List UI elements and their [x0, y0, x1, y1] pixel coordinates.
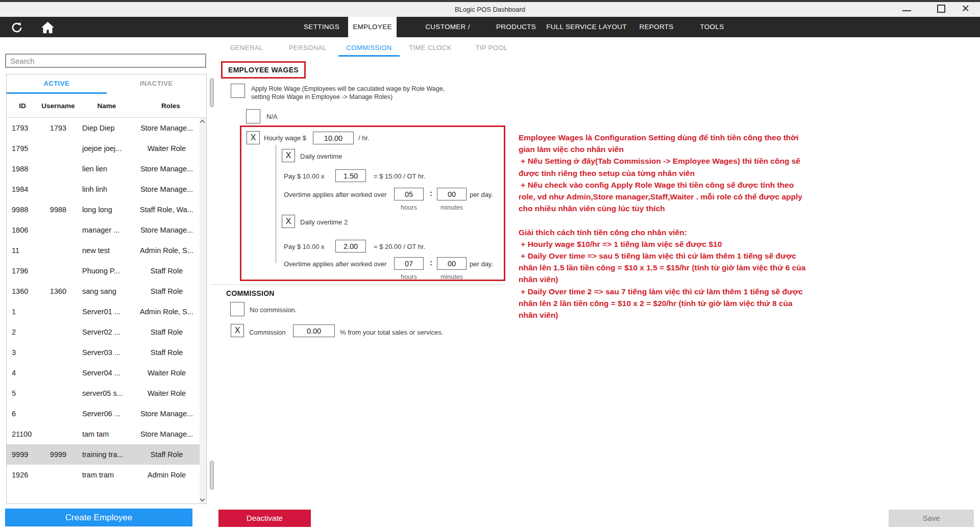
- cell-id: 9999: [7, 450, 38, 459]
- cell-roles: Admin Role: [135, 471, 206, 479]
- table-row[interactable]: 3 Server03 ... Staff Role: [7, 342, 206, 363]
- na-checkbox[interactable]: [246, 109, 260, 123]
- no-commission-checkbox[interactable]: [230, 302, 244, 316]
- overtime2-pay-label: Pay $ 10.00 x: [284, 243, 325, 250]
- cell-name: manager ...: [78, 226, 135, 234]
- table-row[interactable]: 1 Server01 ... Admin Role, S...: [7, 301, 206, 322]
- cell-id: 5: [7, 389, 38, 397]
- table-row[interactable]: 1984 linh linh Store Manage...: [7, 179, 206, 199]
- cell-name: lien lien: [78, 165, 135, 173]
- cell-name: tam tam: [78, 430, 135, 438]
- table-row[interactable]: 21100 tam tam Store Manage...: [7, 424, 206, 444]
- tab-general[interactable]: GENERAL: [216, 41, 277, 57]
- cell-id: 1984: [7, 185, 38, 193]
- commission-checkbox[interactable]: X: [231, 324, 244, 337]
- cell-roles: Store Manage...: [135, 226, 206, 234]
- close-icon[interactable]: ×: [962, 0, 969, 16]
- tab-active[interactable]: ACTIVE: [7, 74, 107, 94]
- table-row[interactable]: 6 Server06 ... Store Manage...: [7, 403, 206, 424]
- tab-personal[interactable]: PERSONAL: [277, 41, 338, 57]
- table-row[interactable]: 1795 joejoe joej... Waiter Role: [7, 138, 206, 159]
- cell-name: Server02 ...: [78, 328, 135, 336]
- top-navbar: [0, 17, 980, 37]
- cell-roles: Staff Role, Wa...: [135, 206, 206, 214]
- cell-id: 3: [7, 348, 38, 357]
- overtime2-result-label: = $ 20.00 / OT hr.: [374, 243, 425, 250]
- header-name: Name: [78, 102, 135, 110]
- table-row[interactable]: 1360 1360 sang sang Staff Role: [7, 281, 206, 301]
- overtime-multiplier-input[interactable]: [335, 169, 366, 182]
- maximize-icon[interactable]: [937, 5, 945, 13]
- home-icon[interactable]: [41, 21, 55, 36]
- minimize-icon[interactable]: [902, 10, 911, 11]
- cell-roles: Staff Role: [135, 267, 206, 275]
- overtime2-hours-input[interactable]: [394, 257, 424, 270]
- table-row[interactable]: 1806 manager ... Store Manage...: [7, 220, 206, 240]
- tab-inactive[interactable]: INACTIVE: [107, 74, 207, 94]
- scroll-up-icon[interactable]: [200, 120, 205, 125]
- commission-heading: COMMISSION: [226, 289, 275, 297]
- save-button[interactable]: Save: [889, 510, 974, 527]
- hourly-wage-checkbox[interactable]: X: [247, 131, 260, 144]
- cell-roles: Admin Role, S...: [135, 308, 206, 316]
- cell-name: Server06 ...: [78, 410, 135, 418]
- nav-item-reports[interactable]: REPORTS: [639, 17, 674, 37]
- panel-scrollbar-thumb-bottom[interactable]: [210, 461, 214, 490]
- table-row[interactable]: 5 server05 s... Waiter Role: [7, 383, 206, 403]
- table-row[interactable]: 2 Server02 ... Staff Role: [7, 322, 206, 342]
- tab-tip-pool[interactable]: TIP POOL: [461, 41, 522, 57]
- nav-item-settings[interactable]: SETTINGS: [303, 17, 340, 37]
- cell-id: 1360: [7, 287, 38, 295]
- deactivate-button[interactable]: Deactivate: [218, 510, 311, 527]
- cell-id: 1793: [7, 124, 38, 132]
- cell-roles: Staff Role: [135, 348, 206, 357]
- table-row[interactable]: 9999 9999 training tra... Staff Role: [7, 444, 206, 465]
- employee-list-tabs: ACTIVE INACTIVE: [7, 74, 206, 94]
- cell-roles: Waiter Role: [135, 369, 206, 377]
- cell-name: training tra...: [78, 450, 135, 459]
- nav-item-tools[interactable]: TOOLS: [699, 17, 725, 37]
- table-row[interactable]: 4 Server04 ... Waiter Role: [7, 363, 206, 383]
- cell-username: 9988: [38, 206, 78, 214]
- nav-item-customer-vendor[interactable]: CUSTOMER / VENDOR▾: [407, 17, 488, 37]
- minutes-caption-2: minutes: [437, 273, 467, 281]
- cell-roles: Admin Role, S...: [135, 246, 206, 255]
- cell-roles: Staff Role: [135, 287, 206, 295]
- cell-username: 1360: [38, 287, 78, 295]
- overtime-minutes-input[interactable]: [437, 188, 467, 200]
- table-row[interactable]: 1926 tram tram Admin Role: [7, 465, 206, 485]
- nav-item-products[interactable]: PRODUCTS: [496, 17, 534, 37]
- daily-overtime-checkbox[interactable]: X: [282, 149, 295, 162]
- overtime2-minutes-input[interactable]: [437, 257, 467, 270]
- list-scrollbar[interactable]: [200, 118, 206, 503]
- search-input[interactable]: [5, 54, 206, 68]
- overtime2-multiplier-input[interactable]: [335, 240, 366, 253]
- cell-roles: Store Manage...: [135, 410, 206, 418]
- cell-id: 11: [7, 246, 38, 255]
- apply-role-wage-checkbox[interactable]: [231, 84, 245, 98]
- cell-roles: Staff Role: [135, 450, 206, 459]
- commission-suffix: % from your total sales or services.: [340, 329, 443, 336]
- commission-input[interactable]: [293, 324, 335, 337]
- cell-name: Diep Diep: [78, 124, 135, 132]
- refresh-icon[interactable]: [10, 21, 23, 36]
- nav-item-full-service-layout[interactable]: FULL SERVICE LAYOUT: [544, 17, 629, 37]
- scroll-down-icon[interactable]: [200, 497, 205, 502]
- table-row[interactable]: 1988 lien lien Store Manage...: [7, 159, 206, 179]
- hourly-wage-input[interactable]: [313, 132, 354, 144]
- nav-item-employee[interactable]: EMPLOYEE: [348, 17, 397, 37]
- cell-username: 9999: [38, 450, 78, 459]
- table-row[interactable]: 1796 Phuong P... Staff Role: [7, 261, 206, 281]
- tab-commission[interactable]: COMMISSION: [338, 41, 400, 57]
- per-day-label: per day.: [470, 191, 493, 198]
- table-row[interactable]: 11 new test Admin Role, S...: [7, 240, 206, 261]
- panel-scrollbar-thumb-top[interactable]: [210, 78, 214, 107]
- overtime-hours-input[interactable]: [394, 188, 424, 200]
- create-employee-button[interactable]: Create Employee: [5, 509, 192, 526]
- tab-time-clock[interactable]: TIME CLOCK: [400, 41, 461, 57]
- employee-wages-heading-box: EMPLOYEE WAGES: [221, 61, 306, 79]
- table-row[interactable]: 9988 9988 long long Staff Role, Wa...: [7, 199, 206, 220]
- table-row[interactable]: 1793 1793 Diep Diep Store Manage...: [7, 118, 206, 138]
- daily-overtime-2-checkbox[interactable]: X: [282, 215, 295, 228]
- employee-table-body: 1793 1793 Diep Diep Store Manage... 1795…: [7, 118, 206, 485]
